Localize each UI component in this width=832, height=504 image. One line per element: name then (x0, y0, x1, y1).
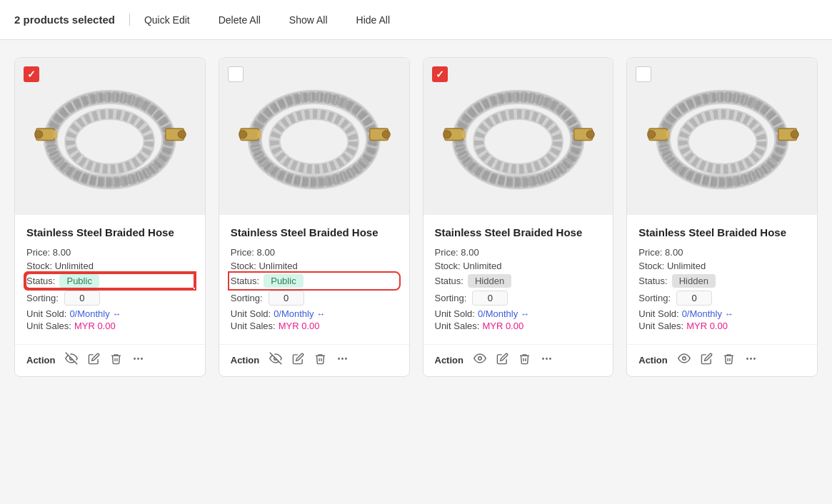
sorting-row: Sorting: (26, 291, 194, 306)
selected-count: 2 products selected (14, 14, 130, 26)
svg-point-13 (35, 131, 43, 138)
product-title: Stainless Steel Braided Hose (26, 225, 194, 240)
unit-sold-arrow: ↔ (725, 309, 733, 319)
product-checkbox[interactable]: ✓ (24, 66, 39, 82)
status-label: Status: (435, 276, 463, 286)
unit-sales-label: Unit Sales: (435, 321, 480, 331)
sorting-input[interactable] (269, 291, 304, 306)
more-icon[interactable] (541, 353, 553, 368)
unit-sales-label: Unit Sales: (231, 321, 276, 331)
unit-sales-row: Unit Sales: MYR 0.00 (231, 321, 398, 331)
eye-icon[interactable] (473, 352, 486, 368)
svg-point-35 (339, 358, 339, 358)
svg-point-73 (747, 358, 748, 358)
delete-all-button[interactable]: Delete All (204, 9, 275, 31)
product-stock: Stock: Unlimited (231, 261, 398, 271)
svg-point-18 (141, 358, 142, 358)
unit-sales-value: MYR 0.00 (482, 321, 523, 331)
unit-sold-label: Unit Sold: (231, 308, 271, 319)
trash-icon[interactable] (518, 353, 531, 368)
eye-icon[interactable] (269, 352, 282, 368)
product-checkbox[interactable]: ✓ (432, 66, 448, 82)
product-status-row: Status: Public (231, 274, 398, 288)
card-body: Stainless Steel Braided Hose Price: 8.00… (15, 215, 205, 340)
sorting-label: Sorting: (638, 293, 671, 303)
unit-sold-label: Unit Sold: (26, 308, 66, 319)
product-checkbox[interactable] (228, 66, 244, 82)
trash-icon[interactable] (723, 353, 735, 368)
quick-edit-button[interactable]: Quick Edit (130, 9, 204, 31)
status-badge: Public (59, 274, 99, 288)
unit-sold-arrow: ↔ (317, 309, 326, 319)
status-label: Status: (638, 276, 667, 286)
product-card-3: ✓ Stainless Steel Braided Hose Price: 8.… (423, 57, 614, 377)
sorting-label: Sorting: (26, 293, 59, 303)
sorting-input[interactable] (472, 291, 508, 306)
svg-point-55 (546, 358, 547, 358)
card-actions: Action (15, 344, 205, 376)
unit-sold-row: Unit Sold: 0/Monthly ↔ (231, 308, 398, 319)
more-icon[interactable] (336, 353, 349, 368)
edit-icon[interactable] (88, 353, 100, 368)
action-label: Action (231, 355, 259, 366)
svg-point-52 (586, 131, 594, 138)
trash-icon[interactable] (110, 353, 122, 368)
unit-sales-value: MYR 0.00 (686, 321, 728, 331)
sorting-input[interactable] (64, 291, 100, 306)
edit-icon[interactable] (701, 353, 713, 368)
show-all-button[interactable]: Show All (275, 9, 342, 31)
svg-point-36 (342, 358, 343, 358)
product-title: Stainless Steel Braided Hose (231, 225, 398, 240)
edit-icon[interactable] (292, 353, 304, 368)
unit-sales-label: Unit Sales: (26, 321, 71, 331)
sorting-label: Sorting: (435, 293, 467, 303)
svg-point-14 (179, 131, 186, 138)
eye-icon[interactable] (678, 352, 691, 368)
svg-point-75 (753, 358, 754, 358)
unit-sold-row: Unit Sold: 0/Monthly ↔ (638, 308, 806, 319)
hide-all-button[interactable]: Hide All (342, 9, 404, 31)
edit-icon[interactable] (496, 353, 508, 368)
svg-rect-10 (54, 131, 58, 138)
unit-sold-value[interactable]: 0/Monthly (478, 308, 518, 319)
product-status-row: Status: Hidden (435, 274, 602, 288)
sorting-label: Sorting: (231, 293, 263, 303)
unit-sales-row: Unit Sales: MYR 0.00 (26, 321, 194, 331)
status-label: Status: (26, 276, 55, 286)
action-label: Action (26, 355, 55, 366)
eye-icon[interactable] (65, 352, 78, 368)
unit-sold-label: Unit Sold: (435, 308, 475, 319)
product-status-row: Status: Hidden (638, 274, 806, 288)
products-grid: ✓ Stainless Steel Braided Hose Price: 8.… (0, 40, 832, 394)
more-icon[interactable] (132, 353, 144, 368)
svg-point-71 (791, 131, 798, 138)
sorting-input[interactable] (676, 291, 712, 306)
card-actions: Action (219, 344, 409, 376)
product-stock: Stock: Unlimited (26, 261, 194, 271)
unit-sales-row: Unit Sales: MYR 0.00 (638, 321, 806, 331)
product-image-area (627, 58, 817, 215)
unit-sales-row: Unit Sales: MYR 0.00 (435, 321, 602, 331)
unit-sold-arrow: ↔ (113, 309, 121, 319)
svg-rect-48 (461, 131, 466, 138)
svg-point-51 (443, 131, 451, 138)
action-label: Action (435, 355, 463, 366)
svg-point-37 (346, 358, 346, 358)
svg-point-56 (550, 358, 551, 358)
svg-point-53 (478, 357, 482, 361)
sorting-row: Sorting: (231, 291, 398, 306)
product-card-2: Stainless Steel Braided Hose Price: 8.00… (219, 57, 410, 377)
unit-sold-value[interactable]: 0/Monthly (682, 308, 722, 319)
card-actions: Action (627, 344, 817, 376)
unit-sold-value[interactable]: 0/Monthly (69, 308, 109, 319)
product-price: Price: 8.00 (638, 247, 806, 258)
more-icon[interactable] (745, 353, 757, 368)
trash-icon[interactable] (314, 353, 326, 368)
unit-sold-value[interactable]: 0/Monthly (274, 308, 314, 319)
sorting-row: Sorting: (435, 291, 602, 306)
action-label: Action (638, 355, 667, 366)
svg-point-17 (138, 358, 139, 358)
product-checkbox[interactable] (636, 66, 651, 82)
svg-rect-29 (258, 131, 262, 138)
top-bar-actions: Quick Edit Delete All Show All Hide All (130, 9, 404, 31)
